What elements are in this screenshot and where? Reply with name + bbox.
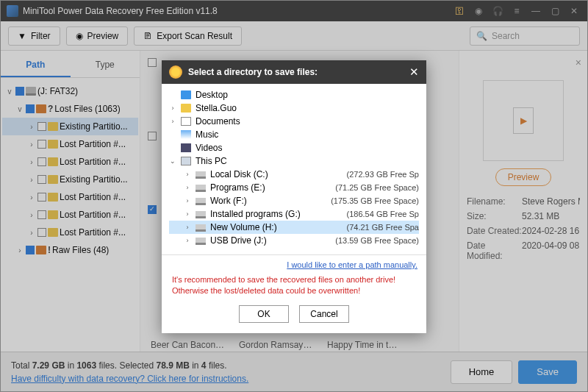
dir-node[interactable]: Videos bbox=[169, 141, 419, 154]
modal-overlay: Select a directory to save files: ✕ Desk… bbox=[0, 0, 588, 392]
drive-node[interactable]: ›Programs (E:)(71.25 GB Free Space) bbox=[169, 181, 419, 194]
dir-node[interactable]: Music bbox=[169, 128, 419, 141]
cancel-button[interactable]: Cancel bbox=[299, 305, 349, 323]
warning-text: It's recommended to save the recovered f… bbox=[162, 271, 426, 302]
dialog-titlebar: Select a directory to save files: ✕ bbox=[162, 60, 426, 84]
save-dialog: Select a directory to save files: ✕ Desk… bbox=[162, 60, 426, 333]
dialog-logo-icon bbox=[169, 65, 182, 79]
drive-node[interactable]: ›USB Drive (J:)(13.59 GB Free Space) bbox=[169, 234, 419, 247]
drive-node[interactable]: ›Local Disk (C:)(272.93 GB Free Sp bbox=[169, 168, 419, 181]
dir-node[interactable]: Desktop bbox=[169, 88, 419, 101]
directory-tree: Desktop›Stella.Guo›DocumentsMusicVideos⌄… bbox=[162, 84, 426, 255]
dir-node[interactable]: ⌄This PC bbox=[169, 154, 419, 168]
dir-node[interactable]: ›Documents bbox=[169, 115, 419, 128]
drive-node[interactable]: ›Work (F:)(175.35 GB Free Space) bbox=[169, 194, 419, 207]
dialog-title: Select a directory to save files: bbox=[188, 67, 318, 77]
drive-node[interactable]: ›Installed programs (G:)(186.54 GB Free … bbox=[169, 207, 419, 221]
dialog-close-icon[interactable]: ✕ bbox=[409, 65, 419, 79]
manual-path-link[interactable]: I would like to enter a path manually. bbox=[287, 260, 417, 269]
dir-node[interactable]: ›Stella.Guo bbox=[169, 101, 419, 115]
ok-button[interactable]: OK bbox=[239, 305, 289, 323]
drive-node[interactable]: ›New Volume (H:)(74.21 GB Free Spa bbox=[169, 221, 419, 234]
